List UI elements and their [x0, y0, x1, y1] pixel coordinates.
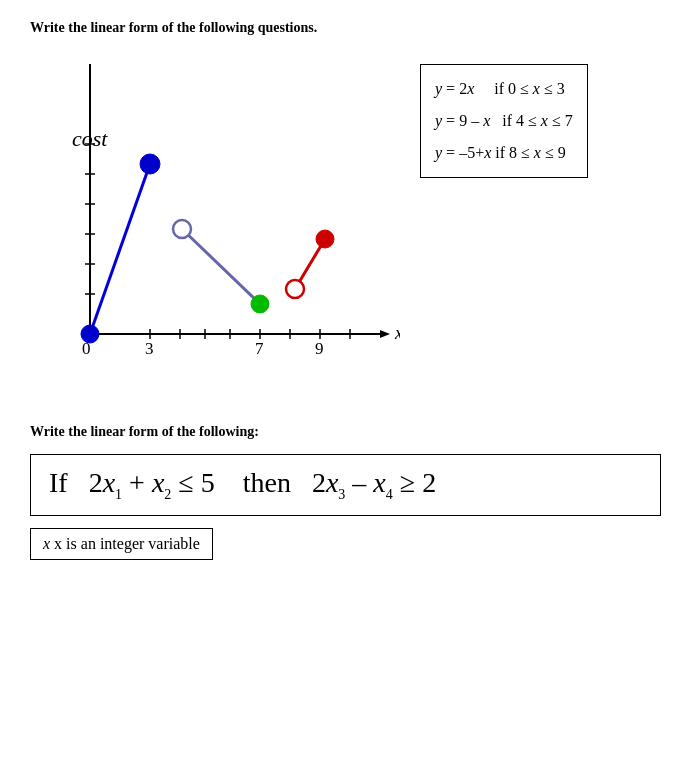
svg-point-30	[316, 230, 334, 248]
equation-2: y = 9 – x if 4 ≤ x ≤ 7	[435, 105, 573, 137]
svg-text:x: x	[394, 323, 400, 343]
svg-text:9: 9	[315, 339, 324, 358]
equations-box: y = 2x if 0 ≤ x ≤ 3 y = 9 – x if 4 ≤ x ≤…	[420, 64, 588, 178]
equation-3: y = –5+x if 8 ≤ x ≤ 9	[435, 137, 573, 169]
coordinate-graph: x 0 3 7 9	[30, 54, 400, 394]
y-axis-label: cost	[72, 126, 107, 152]
instruction-2: Write the linear form of the following:	[30, 424, 661, 440]
graph-container: cost x 0 3 7	[30, 54, 400, 394]
then-keyword: then	[243, 467, 291, 498]
svg-point-24	[140, 154, 160, 174]
svg-line-25	[182, 229, 260, 304]
svg-point-27	[251, 295, 269, 313]
linear-form-box: If 2x1 + x2 ≤ 5 then 2x3 – x4 ≥ 2	[30, 454, 661, 516]
svg-text:7: 7	[255, 339, 264, 358]
svg-line-22	[90, 164, 150, 334]
instruction-1: Write the linear form of the following q…	[30, 20, 661, 36]
svg-marker-2	[380, 330, 390, 338]
integer-label: x is an integer variable	[54, 535, 200, 552]
svg-point-23	[81, 325, 99, 343]
integer-variable-note: x x is an integer variable	[30, 528, 213, 560]
svg-point-29	[286, 280, 304, 298]
svg-text:3: 3	[145, 339, 154, 358]
equation-1: y = 2x if 0 ≤ x ≤ 3	[435, 73, 573, 105]
svg-point-26	[173, 220, 191, 238]
